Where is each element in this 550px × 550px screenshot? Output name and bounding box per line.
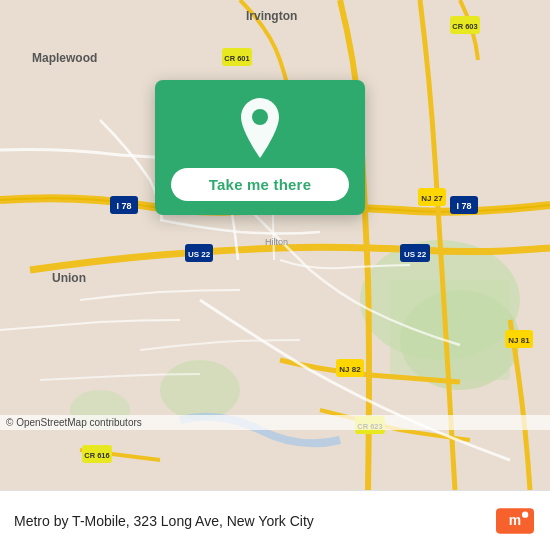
footer-bar: Metro by T-Mobile, 323 Long Ave, New Yor… [0, 490, 550, 550]
moovit-icon: m [496, 502, 534, 540]
location-card: Take me there [155, 80, 365, 215]
location-text: Metro by T-Mobile, 323 Long Ave, New Yor… [14, 513, 496, 529]
take-me-there-button[interactable]: Take me there [171, 168, 349, 201]
svg-text:NJ 82: NJ 82 [339, 365, 361, 374]
map-container: I 78 I 78 US 22 US 22 NJ 27 NJ 82 NJ 81 … [0, 0, 550, 490]
attribution-text: © OpenStreetMap contributors [6, 417, 142, 428]
moovit-logo: m [496, 502, 534, 540]
svg-text:NJ 81: NJ 81 [508, 336, 530, 345]
svg-point-34 [252, 109, 268, 125]
svg-text:CR 616: CR 616 [84, 451, 109, 460]
svg-text:I 78: I 78 [456, 201, 471, 211]
svg-point-37 [522, 511, 528, 517]
svg-text:CR 601: CR 601 [224, 54, 249, 63]
svg-text:NJ 27: NJ 27 [421, 194, 443, 203]
svg-text:US 22: US 22 [404, 250, 427, 259]
svg-text:Union: Union [52, 271, 86, 285]
map-pin-icon [236, 98, 284, 158]
svg-text:I 78: I 78 [116, 201, 131, 211]
map-attribution: © OpenStreetMap contributors [0, 415, 550, 430]
svg-text:US 22: US 22 [188, 250, 211, 259]
svg-text:CR 603: CR 603 [452, 22, 477, 31]
svg-text:m: m [509, 512, 521, 528]
svg-text:Maplewood: Maplewood [32, 51, 97, 65]
svg-text:Irvington: Irvington [246, 9, 297, 23]
svg-text:Hilton: Hilton [265, 237, 288, 247]
svg-point-4 [160, 360, 240, 420]
